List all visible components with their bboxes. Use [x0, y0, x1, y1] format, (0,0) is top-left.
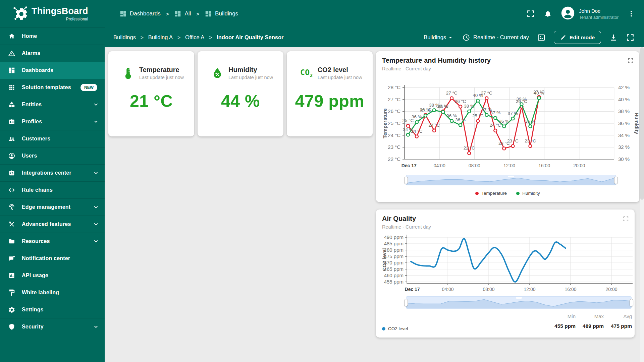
breadcrumb-buildings[interactable]: Buildings [205, 10, 238, 17]
sidebar-item-white-labeling[interactable]: White labeling [0, 284, 105, 301]
svg-text:Humidity: Humidity [634, 113, 639, 134]
legend-temperature[interactable]: Temperature [475, 191, 507, 196]
entity-select-dropdown[interactable]: Buildings [424, 34, 454, 41]
svg-text:16:00: 16:00 [565, 287, 576, 292]
notifications-bell-icon[interactable] [544, 10, 552, 18]
svg-text:490 ppm: 490 ppm [384, 234, 404, 240]
user-name: John Doe [579, 8, 619, 14]
app-name: ThingsBoard [32, 7, 88, 16]
svg-text:27 °C: 27 °C [446, 90, 458, 96]
svg-text:24 °C: 24 °C [388, 132, 400, 138]
sidebar-item-settings[interactable]: Settings [0, 301, 105, 318]
svg-text:460 ppm: 460 ppm [384, 273, 404, 278]
temperature-value-card: Temperature Last update just now 21 °C [108, 51, 194, 136]
fullscreen-icon[interactable] [526, 9, 535, 18]
crumb-buildings[interactable]: Buildings [113, 34, 136, 41]
timewindow-button[interactable]: Realtime - Current day [462, 34, 529, 42]
sidebar-item-rule-chains[interactable]: Rule chains [0, 181, 105, 198]
stat-header-max: Max [576, 313, 604, 319]
user-circle-icon [8, 152, 15, 160]
fullscreen-icon[interactable] [626, 33, 635, 42]
sidebar-item-edge-management[interactable]: Edge management [0, 198, 105, 216]
sidebar-item-label: Profiles [22, 119, 93, 125]
home-icon [8, 33, 15, 40]
edit-mode-button[interactable]: Edit mode [554, 31, 601, 44]
breadcrumb-dashboards[interactable]: Dashboards [119, 10, 161, 17]
expand-widget-icon[interactable] [627, 57, 634, 65]
dashboards-icon [8, 67, 15, 74]
more-vert-icon[interactable] [627, 10, 635, 18]
widget-timewindow: Realtime - Current day [382, 66, 431, 71]
sidebar-item-alarms[interactable]: Alarms [0, 45, 105, 62]
crumb-current-dashboard: Indoor Air Quality Sensor [217, 34, 283, 41]
sidebar-item-customers[interactable]: Customers [0, 130, 105, 147]
dashboard-image-icon[interactable] [537, 33, 546, 42]
range-handle-right[interactable] [614, 177, 618, 184]
app-edition: Professional [32, 17, 88, 21]
edge-antenna-icon [8, 203, 15, 211]
dashboard-breadcrumb: Buildings > Building A > Office A > Indo… [105, 34, 283, 41]
sidebar-item-integrations-center[interactable]: Integrations center [0, 164, 105, 181]
sidebar-item-label: Solution templates [22, 84, 80, 90]
sidebar-item-advanced-features[interactable]: Advanced features [0, 216, 105, 233]
apps-grid-icon [8, 84, 15, 91]
sidebar-item-profiles[interactable]: Profiles [0, 113, 105, 130]
co2-value: 479 ppm [287, 92, 373, 111]
sidebar-item-entities[interactable]: Entities [0, 96, 105, 113]
dashboards-icon [119, 10, 127, 17]
user-menu[interactable]: John Doe Tenant administrator [561, 6, 619, 21]
app-logo[interactable]: ThingsBoard Professional [0, 0, 105, 27]
notification-icon [8, 255, 15, 262]
svg-text:08:00: 08:00 [483, 287, 494, 292]
svg-text:23 °C: 23 °C [507, 138, 519, 143]
chart-range-scrollbar[interactable] [406, 296, 632, 309]
legend-co2-level[interactable]: CO2 level [382, 326, 408, 331]
crumb-office-a[interactable]: Office A [185, 34, 204, 41]
page-scrollbar[interactable] [640, 47, 644, 362]
expand-widget-icon[interactable] [623, 216, 629, 224]
sidebar-item-resources[interactable]: Resources [0, 233, 105, 250]
clock-icon [462, 34, 470, 42]
stat-max-value: 489 ppm [576, 323, 604, 329]
svg-text:23 °C: 23 °C [388, 144, 400, 150]
sidebar-item-home[interactable]: Home [0, 27, 105, 45]
download-icon[interactable] [609, 33, 618, 42]
sidebar-item-notification-center[interactable]: Notification center [0, 250, 105, 267]
scrollbar-grip[interactable] [516, 297, 522, 299]
sidebar-item-solution-templates[interactable]: Solution templatesNEW [0, 79, 105, 96]
temperature-value: 21 °C [108, 92, 194, 111]
sidebar-item-api-usage[interactable]: API usage [0, 267, 105, 284]
scrollbar-thumb[interactable] [640, 47, 644, 200]
sidebar-item-dashboards[interactable]: Dashboards [0, 62, 105, 79]
legend-humidity[interactable]: Humidity [516, 191, 540, 196]
svg-text:Temperature: Temperature [382, 108, 388, 138]
svg-text:Dec 17: Dec 17 [405, 287, 420, 292]
svg-text:37 %: 37 % [420, 108, 431, 113]
breadcrumb-all[interactable]: All [174, 10, 191, 17]
range-handle-right[interactable] [630, 299, 633, 306]
svg-text:455 ppm: 455 ppm [384, 279, 404, 285]
range-handle-left[interactable] [404, 177, 408, 184]
svg-text:36 %: 36 % [499, 119, 509, 124]
sidebar-item-label: Alarms [22, 50, 99, 56]
breadcrumb-separator: > [177, 35, 181, 40]
sidebar-item-security[interactable]: Security [0, 318, 105, 335]
card-title: Humidity [228, 66, 273, 74]
card-title: Temperature [139, 66, 184, 74]
stat-header-min: Min [547, 313, 576, 319]
card-subtitle: Last update just now [139, 75, 184, 80]
card-subtitle: Last update just now [318, 75, 362, 80]
scrollbar-grip[interactable] [508, 176, 514, 177]
sidebar-item-label: Home [22, 33, 99, 39]
svg-text:04:00: 04:00 [434, 163, 445, 168]
sidebar-item-label: Users [22, 153, 99, 159]
svg-text:42 %: 42 % [618, 84, 630, 90]
range-handle-left[interactable] [404, 299, 408, 306]
svg-text:39 %: 39 % [517, 97, 527, 102]
svg-text:25 °C: 25 °C [472, 113, 484, 118]
chart-range-scrollbar[interactable] [406, 175, 616, 185]
sidebar-item-users[interactable]: Users [0, 147, 105, 164]
crumb-building-a[interactable]: Building A [148, 34, 173, 41]
svg-text:38 %: 38 % [618, 108, 630, 114]
rule-chains-icon [8, 186, 15, 194]
